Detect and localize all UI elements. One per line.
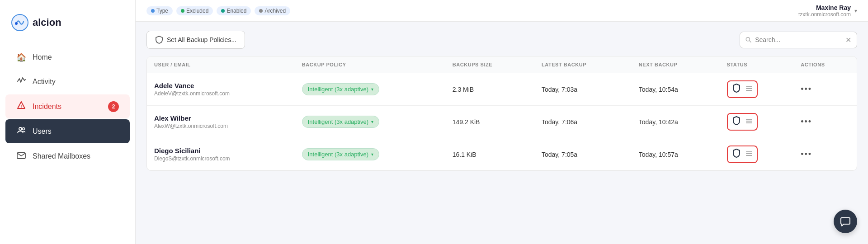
col-next: NEXT BACKUP <box>632 56 720 73</box>
col-status: STATUS <box>720 56 794 73</box>
status-highlighted <box>727 113 758 131</box>
user-display-name: Diego Siciliani <box>154 147 288 155</box>
actions-menu-button[interactable]: ••• <box>801 150 812 159</box>
backup-status-icon <box>731 83 741 95</box>
filter-dot-enabled <box>221 9 225 13</box>
latest-cell: Today, 7:03a <box>534 73 632 106</box>
topbar: Type Excluded Enabled Archived Maxine Ra… <box>136 0 868 22</box>
actions-menu-button[interactable]: ••• <box>801 84 812 94</box>
shield-icon <box>155 36 163 44</box>
chat-icon <box>840 216 851 227</box>
filter-archived[interactable]: Archived <box>255 6 290 15</box>
sidebar: alcion 🏠 Home Activity ! Incidents 2 Use… <box>0 0 136 244</box>
user-cell: Alex Wilber AlexW@tzxtk.onmicrosoft.com <box>147 106 295 138</box>
table: USER / EMAIL BACKUP POLICY BACKUPS SIZE … <box>147 56 857 170</box>
policy-chevron-icon: ▾ <box>371 87 373 92</box>
logo-icon <box>11 14 29 32</box>
actions-cell: ••• <box>793 106 857 138</box>
user-email-cell: DiegoS@tzxtk.onmicrosoft.com <box>154 155 288 162</box>
action-bar: Set All Backup Policies... ✕ <box>146 31 857 49</box>
policy-chevron-icon: ▾ <box>371 152 373 157</box>
table-body: Adele Vance AdeleV@tzxtk.onmicrosoft.com… <box>147 73 857 171</box>
status-cell <box>720 73 794 106</box>
user-menu[interactable]: Maxine Ray tzxtk.onmicrosoft.com ▾ <box>798 4 857 18</box>
policy-badge[interactable]: Intelligent (3x adaptive) ▾ <box>302 116 379 128</box>
policy-label: Intelligent (3x adaptive) <box>308 151 368 158</box>
policy-label: Intelligent (3x adaptive) <box>308 118 368 125</box>
next-cell: Today, 10:42a <box>632 106 720 138</box>
chat-button[interactable] <box>834 210 857 233</box>
table-header-row: USER / EMAIL BACKUP POLICY BACKUPS SIZE … <box>147 56 857 73</box>
main-content: Type Excluded Enabled Archived Maxine Ra… <box>136 0 868 244</box>
sidebar-item-home-label: Home <box>33 53 52 61</box>
filter-type-label: Type <box>156 8 168 14</box>
incidents-icon: ! <box>16 101 26 112</box>
size-cell: 149.2 KiB <box>445 106 534 138</box>
sidebar-item-home[interactable]: 🏠 Home <box>5 46 130 69</box>
actions-cell: ••• <box>793 138 857 171</box>
policy-badge[interactable]: Intelligent (3x adaptive) ▾ <box>302 83 379 95</box>
backup-status-icon <box>731 148 741 160</box>
size-cell: 2.3 MiB <box>445 73 534 106</box>
status-list-icon <box>745 84 753 94</box>
filter-dot-excluded <box>181 9 184 13</box>
user-cell: Diego Siciliani DiegoS@tzxtk.onmicrosoft… <box>147 138 295 171</box>
mailbox-icon <box>16 150 26 162</box>
col-user: USER / EMAIL <box>147 56 295 73</box>
col-latest: LATEST BACKUP <box>534 56 632 73</box>
svg-point-1 <box>15 22 18 25</box>
sidebar-item-activity-label: Activity <box>33 78 56 86</box>
status-highlighted <box>727 80 758 98</box>
filter-excluded[interactable]: Excluded <box>176 6 213 15</box>
filter-archived-label: Archived <box>264 8 286 14</box>
user-display-name: Adele Vance <box>154 82 288 89</box>
sidebar-item-shared-mailboxes[interactable]: Shared Mailboxes <box>5 144 130 168</box>
search-icon <box>745 36 751 43</box>
backup-button-label: Set All Backup Policies... <box>167 36 236 43</box>
users-table: USER / EMAIL BACKUP POLICY BACKUPS SIZE … <box>146 56 857 171</box>
actions-cell: ••• <box>793 73 857 106</box>
filter-excluded-label: Excluded <box>186 8 208 14</box>
search-input[interactable] <box>755 36 842 43</box>
policy-cell: Intelligent (3x adaptive) ▾ <box>295 138 445 171</box>
backup-status-icon <box>731 116 741 128</box>
user-cell: Adele Vance AdeleV@tzxtk.onmicrosoft.com <box>147 73 295 106</box>
filter-pills: Type Excluded Enabled Archived <box>146 6 290 15</box>
sidebar-item-incidents-label: Incidents <box>33 103 61 111</box>
policy-label: Intelligent (3x adaptive) <box>308 86 368 93</box>
search-clear-icon[interactable]: ✕ <box>845 36 851 44</box>
status-cell <box>720 138 794 171</box>
policy-chevron-icon: ▾ <box>371 119 373 124</box>
user-email-cell: AdeleV@tzxtk.onmicrosoft.com <box>154 90 288 97</box>
sidebar-nav: 🏠 Home Activity ! Incidents 2 Users <box>0 45 135 169</box>
sidebar-item-activity[interactable]: Activity <box>5 70 130 94</box>
filter-dot-type <box>151 9 155 13</box>
user-display-name: Alex Wilber <box>154 114 288 122</box>
next-cell: Today, 10:54a <box>632 73 720 106</box>
sidebar-item-incidents[interactable]: ! Incidents 2 <box>5 94 130 118</box>
user-name: Maxine Ray <box>798 4 851 11</box>
sidebar-item-users[interactable]: Users <box>5 119 130 143</box>
chevron-down-icon: ▾ <box>854 8 857 14</box>
col-actions: ACTIONS <box>793 56 857 73</box>
latest-cell: Today, 7:06a <box>534 106 632 138</box>
activity-icon <box>16 76 26 87</box>
table-row: Adele Vance AdeleV@tzxtk.onmicrosoft.com… <box>147 73 857 106</box>
table-row: Diego Siciliani DiegoS@tzxtk.onmicrosoft… <box>147 138 857 171</box>
table-row: Alex Wilber AlexW@tzxtk.onmicrosoft.com … <box>147 106 857 138</box>
set-backup-policies-button[interactable]: Set All Backup Policies... <box>146 31 245 49</box>
actions-menu-button[interactable]: ••• <box>801 117 812 126</box>
logo: alcion <box>0 9 135 45</box>
latest-cell: Today, 7:05a <box>534 138 632 171</box>
incidents-badge: 2 <box>108 101 119 112</box>
filter-enabled[interactable]: Enabled <box>217 6 251 15</box>
next-cell: Today, 10:57a <box>632 138 720 171</box>
filter-type[interactable]: Type <box>146 6 173 15</box>
status-highlighted <box>727 145 758 163</box>
search-box[interactable]: ✕ <box>740 32 857 48</box>
policy-badge[interactable]: Intelligent (3x adaptive) ▾ <box>302 148 379 160</box>
status-cell <box>720 106 794 138</box>
size-cell: 16.1 KiB <box>445 138 534 171</box>
filter-enabled-label: Enabled <box>226 8 246 14</box>
logo-text: alcion <box>33 17 61 28</box>
